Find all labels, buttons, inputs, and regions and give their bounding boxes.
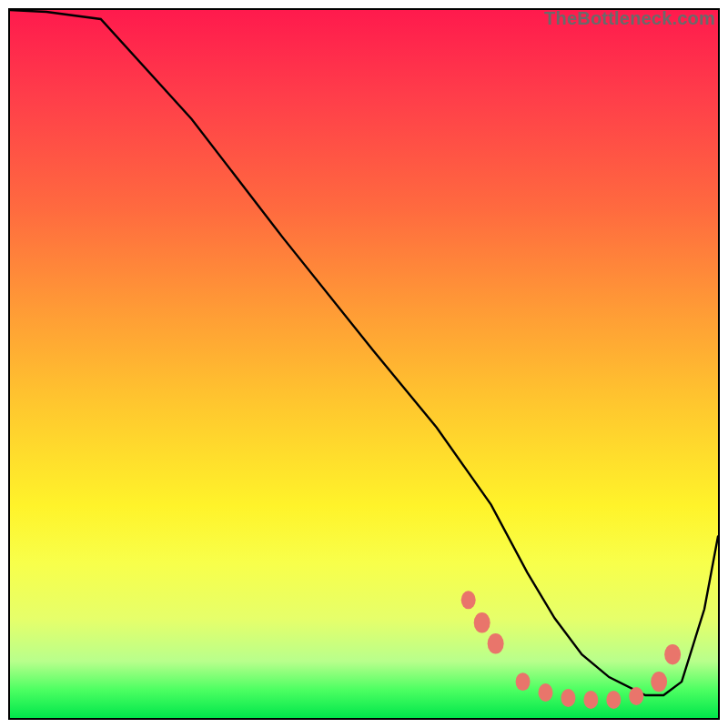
marker-dot — [664, 644, 681, 664]
marker-dot — [583, 691, 598, 709]
marker-dot — [539, 683, 553, 702]
curve-path — [10, 10, 718, 695]
marker-dot — [561, 689, 575, 707]
marker-dot — [488, 633, 504, 653]
watermark-text: TheBottleneck.com — [544, 8, 715, 29]
marker-dot — [606, 691, 621, 709]
marker-dot — [474, 612, 490, 632]
marker-dot — [516, 672, 531, 691]
marker-dot — [461, 591, 476, 609]
marker-dot — [629, 687, 643, 705]
markers-group — [461, 591, 681, 709]
chart-svg — [10, 10, 718, 718]
marker-dot — [651, 672, 667, 692]
plot-area — [8, 8, 720, 720]
chart-container: TheBottleneck.com — [0, 0, 728, 728]
